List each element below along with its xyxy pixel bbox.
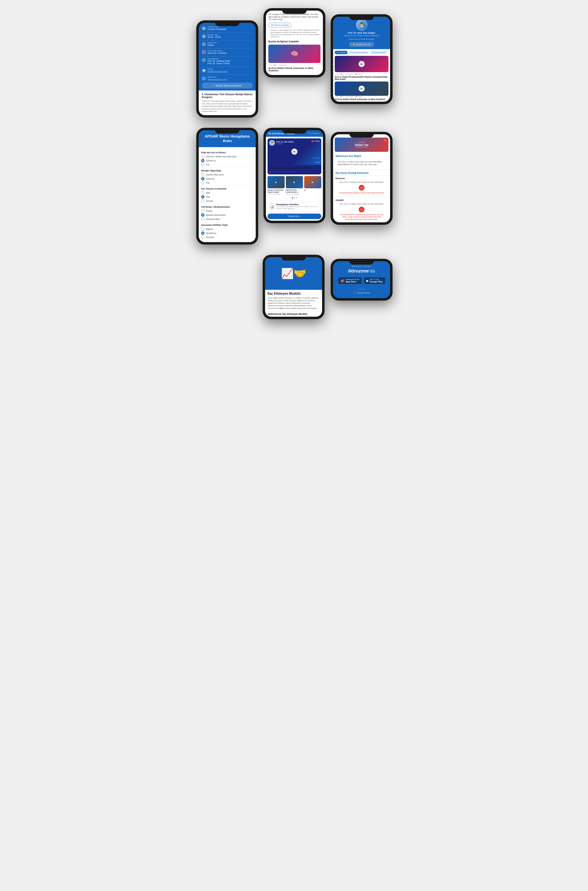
apgar-cat2-opt2[interactable]: Düzensiz xyxy=(201,177,253,181)
subscribe-label: Kanala Abone Ol! xyxy=(356,44,370,45)
apgar-cat1-opt2-label: 100'den az xyxy=(206,160,216,162)
radio-cat2-1[interactable] xyxy=(201,173,204,176)
apgar-cat3-opt2[interactable]: Orta xyxy=(201,195,253,199)
video2-title[interactable]: ALA'nın Etkileri (Klinik Çalışmalar ve M… xyxy=(333,98,390,101)
doctor-title2: Head Research Group Neuropathy xyxy=(336,38,388,41)
tab-featured-videos[interactable]: Öne Çıkan Videolar xyxy=(370,51,387,54)
apgar-cat1-opt1[interactable]: 100 atım / dakika veya daha fazla xyxy=(201,155,253,158)
apgar-cat1-opt2[interactable]: 100'den az xyxy=(201,159,253,162)
event-web-label: Web Adres xyxy=(207,76,227,78)
share-icon: 📤 xyxy=(311,140,314,142)
apgar-title: APGAR Skoru Hesaplama Aracı xyxy=(205,134,250,143)
apgar-cat2-opt1[interactable]: Düzenli nefes alma xyxy=(201,173,253,176)
store-buttons: 🍎 Download on the App Store ▶ GET IT ON … xyxy=(338,277,385,284)
phone2: için en yaygın cevap, tüm yaş gruplarınd… xyxy=(264,8,326,77)
article-stats: ♡ 33 💬 3 10.04.2021 xyxy=(268,64,321,66)
calc-info: Hesaplama Cetvelleri Lorem ipsum, giving… xyxy=(276,203,320,210)
save-later-label: Daha Sonra İzlemek için Kaydot xyxy=(272,171,295,173)
radio-cat3-3[interactable] xyxy=(201,199,204,203)
appstore-button[interactable]: 🍎 Download on the App Store xyxy=(338,277,362,284)
apgar-cat4-opt1[interactable]: Pembe xyxy=(201,209,253,212)
radio-cat4-3[interactable] xyxy=(201,217,204,221)
apgar-cat1-opt3-label: Yok xyxy=(206,164,209,166)
calendar-icon: 📅 xyxy=(202,26,206,30)
google-play-icon: ▶ xyxy=(366,279,369,283)
small-video-3[interactable]: ▶ E... xyxy=(304,176,321,195)
apgar-cat5-opt3[interactable]: Sessizlik xyxy=(201,236,253,239)
radio-cat2-2[interactable] xyxy=(201,177,204,181)
event-contact-value[interactable]: info@norozone.com xyxy=(207,70,228,72)
event-web-value[interactable]: www.norozone.com xyxy=(207,78,227,80)
tab-all-videos[interactable]: Tüm Videolar xyxy=(335,51,348,54)
video2-thumbnail[interactable]: ▶ xyxy=(335,81,388,96)
apgar-cat4-opt2[interactable]: Mavimsi ekstremiteler xyxy=(201,214,253,217)
reading-box[interactable]: İleri Okuma & Kaynak xyxy=(268,23,291,27)
event-location-info: Etkinlik Yeri Online xyxy=(207,42,217,46)
tab-popular-videos[interactable]: En Çok İzlenen Videolar xyxy=(348,51,369,54)
save-icon-1[interactable]: 📌 Kaydot xyxy=(355,73,363,75)
save-label-1: Kaydot xyxy=(357,73,363,75)
play-button-2[interactable]: ▶ xyxy=(358,86,364,92)
apgar-cat3: Kas Tonusu ve Hareketi xyxy=(201,188,253,190)
save-later-link[interactable]: 🔖 Daha Sonra İzlemek için Kaydot xyxy=(267,171,321,175)
event-stream-value: Zoom.Us | Ücretsiz xyxy=(207,52,226,54)
featured-video-info: 👨‍⚕️ Prof. Dr. Zeki Gökçil 13 Video xyxy=(269,140,294,146)
drug-banner-brand: ACETUDIL FORTE xyxy=(354,146,369,148)
radio-cat3-1[interactable] xyxy=(201,191,204,194)
featured-play-button[interactable]: ▶ xyxy=(291,149,297,155)
radio-cat5-3[interactable] xyxy=(201,236,204,239)
radio-cat5-2[interactable] xyxy=(201,232,204,235)
apgar-cat1-opt3[interactable]: Yok xyxy=(201,163,253,166)
clock-icon: ⏰ xyxy=(202,34,206,38)
subscribe-button[interactable]: 🔔 Kanala Abone Ol! xyxy=(350,42,374,47)
drug-dose-info: ARA-CELL IV Flakon 1000 mg/20 ml 1x20 ml… xyxy=(336,161,388,166)
small-video-title-2: EEG'de Pratik Çözümlemeler 1 xyxy=(286,189,303,193)
radio-cat1-2[interactable] xyxy=(201,159,204,162)
radio-cat2-3[interactable] xyxy=(201,181,204,184)
radio-cat1-3[interactable] xyxy=(201,163,204,166)
phone6-screen: A.S.K.'de Tedavi Var ACETUDIL FORTE 60 M… xyxy=(333,134,390,222)
norozone-suffix: 'da xyxy=(369,268,375,274)
apgar-cat4-opt3-label: Tamamen Mavi xyxy=(206,218,220,220)
heart-icon: ♡ 33 xyxy=(268,64,272,66)
radio-cat3-2[interactable] xyxy=(201,195,204,199)
apgar-cat4-opt3[interactable]: Tamamen Mavi xyxy=(201,217,253,221)
video1-thumbnail[interactable]: ▶ xyxy=(335,56,388,72)
apgar-cat5-opt2[interactable]: Mırıldanma xyxy=(201,232,253,235)
article-thumbnail[interactable]: 🧠 xyxy=(268,45,321,63)
article-card-title[interactable]: ALA'nın Etkileri (Klinik Çalışmalar ve M… xyxy=(268,67,321,72)
video1-title[interactable]: ALA ve Tedavi Protokolündeki İlaçların K… xyxy=(333,76,390,80)
event-web-info: Web Adres www.norozone.com xyxy=(207,76,227,80)
apgar-cat2-opt3-label: Yok xyxy=(206,182,209,184)
googleplay-button[interactable]: ▶ GET IT ON Google Play xyxy=(364,277,386,284)
small-video-2[interactable]: ▶ EEG'de Pratik Çözümlemeler 1 Prof. Dr.… xyxy=(286,176,303,195)
add-calendar-button[interactable]: ✓ Etkinlik Takvimine Eklendi xyxy=(202,83,253,89)
drug-dose-content: ARA-CELL IV Flakon 1000 mg/20 ml 1x20 ml… xyxy=(333,159,390,169)
apgar-cat3-opt1-label: Aktif xyxy=(206,192,210,194)
radio-cat5-1[interactable] xyxy=(201,227,204,231)
see-all-button[interactable]: Tümünü Gör → xyxy=(267,214,321,219)
small-video-thumb-3: ▶ xyxy=(304,176,321,188)
save-icon-2[interactable]: 📌 Kaydot xyxy=(355,96,363,98)
featured-video[interactable]: 👨‍⚕️ Prof. Dr. Zeki Gökçil 13 Video 📤 Pa… xyxy=(267,138,321,175)
radio-cat4-2[interactable] xyxy=(201,214,204,217)
apgar-cat3-opt1[interactable]: Aktif xyxy=(201,191,253,194)
doctor-name: Prof. Dr. med. Dan Ziegler xyxy=(336,32,388,34)
interaction-module-title: İlaç Etkileşim Modülü xyxy=(267,292,320,295)
radio-cat4-1[interactable] xyxy=(201,209,204,212)
apgar-cat5-opt1[interactable]: Ağlama xyxy=(201,227,253,231)
see-all-link[interactable]: Tüm Videolar > xyxy=(308,132,321,134)
featured-dr-videos: 13 Video xyxy=(276,143,294,145)
apgar-cat3-opt3[interactable]: Gevşek xyxy=(201,199,253,203)
event-contact-info: İletişim info@norozone.com xyxy=(207,68,228,72)
comment-icon: 💬 3 xyxy=(340,73,344,75)
heart-icon-2: ♡ 32 xyxy=(335,96,338,98)
share-button[interactable]: 📤 Paylaş xyxy=(311,140,320,142)
play-button-1[interactable]: ▶ xyxy=(358,61,364,67)
leaf-icon: 🌿 xyxy=(353,291,356,294)
small-video-1[interactable]: ▶ Epilepsi Tedavisinde Yapılan Hatalar P… xyxy=(267,176,285,195)
chart-icon: 📈 xyxy=(281,268,294,279)
santa-farma: 🌿 Santa Farma xyxy=(353,291,370,294)
apgar-cat2-opt3[interactable]: Yok xyxy=(201,181,253,184)
radio-cat1-1[interactable] xyxy=(201,155,204,158)
